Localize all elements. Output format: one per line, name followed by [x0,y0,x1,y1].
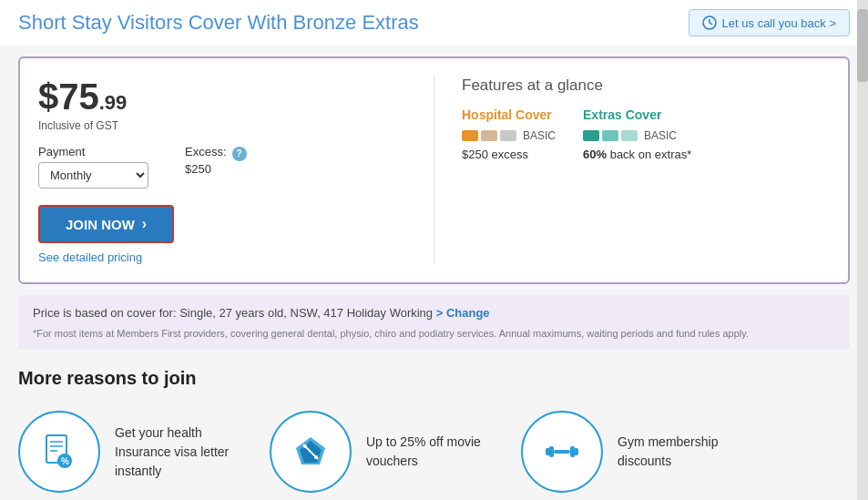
see-pricing-link[interactable]: See detailed pricing [38,250,142,264]
payment-select[interactable]: Monthly Fortnightly Weekly Annual [38,162,148,189]
info-static-text: Price is based on cover for: Single, 27 … [33,306,433,320]
excess-help-icon[interactable]: ? [232,147,247,161]
scrollbar-thumb [857,9,868,82]
pricing-left-section: $75 .99 Inclusive of GST Payment Monthly… [38,77,434,264]
clock-icon [702,15,717,30]
gym-reason-text: Gym membership discounts [618,433,736,471]
reason-item-gym: Gym membership discounts [521,411,736,493]
callback-button[interactable]: Let us call you back > [689,9,850,36]
extras-bars: BASIC [583,129,691,142]
svg-rect-17 [570,446,575,457]
more-reasons-section: More reasons to join % Get your health I… [18,368,850,493]
svg-text:%: % [61,456,69,466]
change-link[interactable]: > Change [436,306,490,320]
excess-block: Excess: ? $250 [185,145,247,176]
price-display: $75 .99 [38,77,406,117]
gst-label: Inclusive of GST [38,119,406,132]
extras-cover-title: Extras Cover [583,107,691,122]
hospital-bar-3 [500,130,516,141]
main-product-card: $75 .99 Inclusive of GST Payment Monthly… [18,56,850,284]
payment-excess-row: Payment Monthly Fortnightly Weekly Annua… [38,145,406,189]
gym-icon-circle [521,411,603,493]
features-columns: Hospital Cover BASIC $250 excess Extras … [462,107,830,161]
scrollbar[interactable] [857,0,868,493]
hospital-bar-1 [462,130,478,141]
gym-icon [540,430,584,474]
excess-label: Excess: [185,145,227,158]
join-section: JOIN NOW › See detailed pricing [38,205,406,264]
join-arrow-icon: › [142,216,147,232]
price-decimal: .99 [99,91,128,115]
page-header: Short Stay Visitors Cover With Bronze Ex… [0,0,868,46]
more-reasons-title: More reasons to join [18,368,850,389]
callback-label: Let us call you back > [722,16,836,30]
movie-icon-circle [270,411,352,493]
price-whole: $75 [38,77,99,117]
extras-level: BASIC [644,129,677,142]
hospital-excess: $250 excess [462,148,556,161]
hospital-bar-2 [481,130,497,141]
reason-item-movie: Up to 25% off movie vouchers [270,411,485,493]
extras-bar-1 [583,130,599,141]
visa-reason-text: Get your health Insurance visa letter in… [115,423,233,481]
excess-value: $250 [185,162,247,176]
hospital-level: BASIC [523,129,556,142]
features-right-section: Features at a glance Hospital Cover BASI… [434,77,830,264]
ticket-discount-icon [289,430,332,474]
small-print: *For most items at Members First provide… [33,326,835,342]
movie-reason-text: Up to 25% off movie vouchers [366,433,485,471]
svg-rect-18 [554,450,570,454]
payment-block: Payment Monthly Fortnightly Weekly Annua… [38,145,148,189]
document-visa-icon: % [37,430,81,474]
hospital-cover-col: Hospital Cover BASIC $250 excess [462,107,556,161]
hospital-cover-title: Hospital Cover [462,107,556,122]
visa-icon-circle: % [18,411,100,493]
extras-bar-3 [621,130,638,141]
page-title: Short Stay Visitors Cover With Bronze Ex… [18,11,419,35]
svg-line-2 [710,23,712,25]
reason-item-visa: % Get your health Insurance visa letter … [18,411,233,493]
svg-point-12 [303,444,307,448]
svg-point-13 [314,455,318,459]
join-now-label: JOIN NOW [66,217,135,232]
info-text: Price is based on cover for: Single, 27 … [33,304,835,322]
extras-back: 60% back on extras* [583,148,691,161]
extras-bar-2 [602,130,618,141]
features-title: Features at a glance [462,77,830,95]
reasons-row: % Get your health Insurance visa letter … [18,411,850,493]
hospital-bars: BASIC [462,129,556,142]
svg-rect-16 [549,446,554,457]
join-now-button[interactable]: JOIN NOW › [38,205,174,243]
payment-label: Payment [38,145,148,158]
extras-cover-col: Extras Cover BASIC 60% back on extras* [583,107,691,161]
info-bar: Price is based on cover for: Single, 27 … [18,295,850,350]
